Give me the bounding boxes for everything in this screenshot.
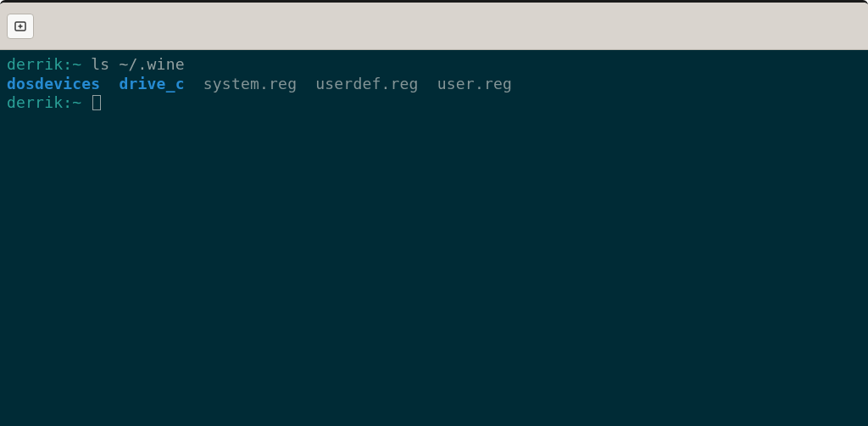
ls-entry-dir: drive_c bbox=[119, 75, 184, 92]
ls-entry-file: userdef.reg bbox=[315, 75, 418, 92]
new-tab-button[interactable] bbox=[7, 14, 34, 39]
ls-entry-dir: dosdevices bbox=[7, 75, 100, 92]
terminal-line: dosdevices drive_c system.reg userdef.re… bbox=[7, 75, 861, 94]
cursor bbox=[92, 95, 101, 110]
ls-entry-file: user.reg bbox=[437, 75, 512, 92]
terminal-line: derrik:~ bbox=[7, 93, 861, 113]
terminal-body[interactable]: derrik:~ ls ~/.wine dosdevices drive_c s… bbox=[0, 50, 868, 426]
new-tab-icon bbox=[14, 20, 27, 33]
terminal-line: derrik:~ ls ~/.wine bbox=[7, 55, 861, 75]
prompt: derrik:~ bbox=[7, 93, 81, 111]
ls-entry-file: system.reg bbox=[203, 75, 297, 92]
terminal-window: derrik:~ ls ~/.wine dosdevices drive_c s… bbox=[0, 0, 868, 426]
titlebar bbox=[0, 3, 868, 50]
command-text: ls ~/.wine bbox=[81, 55, 184, 73]
prompt: derrik:~ bbox=[7, 55, 81, 73]
